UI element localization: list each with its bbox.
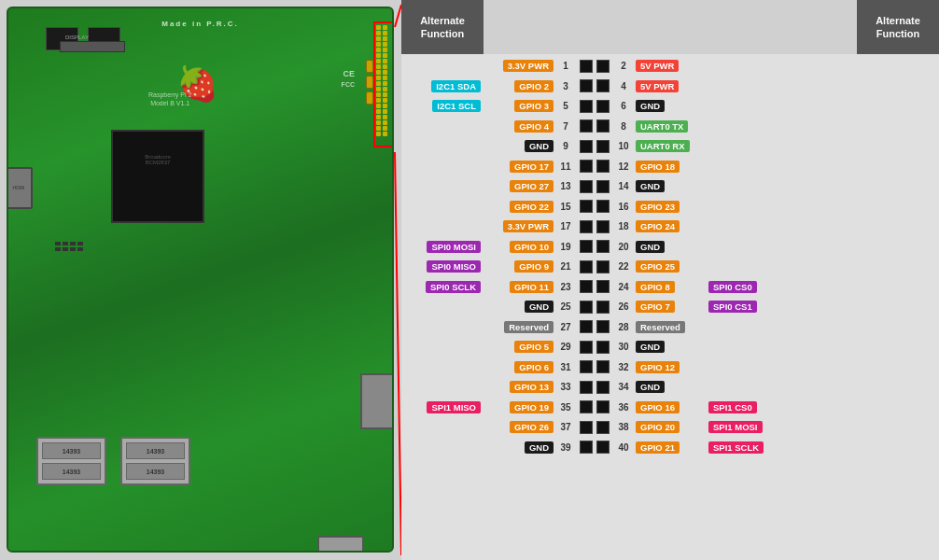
pin-row-19-20: SPI0 MOSI GPIO 10 19 20 GND: [401, 237, 939, 258]
header-alt-right-box: Alternate Function: [857, 0, 939, 54]
pin-row-37-38: GPIO 26 37 38 GPIO 20 SPI1 MOSI: [401, 417, 939, 438]
gpio-left-9: GND: [484, 140, 556, 152]
header-alt-left-box: Alternate Function: [401, 0, 484, 54]
num-right-30: 30: [614, 342, 633, 352]
gpio-left-5: GPIO 3: [484, 100, 556, 112]
connector-5: [575, 140, 614, 153]
connector-9: [575, 220, 614, 233]
gpio-label-18: GPIO 24: [636, 220, 680, 232]
gpio-left-1: 3.3V PWR: [484, 60, 556, 72]
gpio-right-8: UART0 TX: [633, 120, 706, 133]
pin-row-35-36: SPI1 MISO GPIO 19 35 36 GPIO 16 SPI1 CS0: [401, 398, 939, 418]
gpio-right-38: GPIO 20: [633, 421, 706, 433]
gpio-right-28: Reserved: [633, 321, 706, 333]
gpio-left-39: GND: [484, 441, 556, 454]
num-left-39: 39: [556, 442, 575, 453]
gpio-highlight-border: [373, 21, 394, 147]
gpio-label-7: GPIO 4: [514, 120, 554, 133]
gpio-left-31: GPIO 6: [484, 361, 556, 373]
gpio-left-27: Reserved: [484, 321, 556, 333]
num-left-29: 29: [556, 342, 575, 352]
gpio-label-2: 5V PWR: [636, 60, 679, 72]
gpio-label-8: UART0 TX: [636, 120, 688, 133]
num-right-32: 32: [614, 362, 633, 372]
gpio-label-21: GPIO 9: [514, 260, 554, 273]
pin-rows-container: 3.3V PWR 1 2 5V PWR I2C1 SDA GPIO 2 3 4 …: [401, 54, 939, 560]
gpio-left-7: GPIO 4: [484, 120, 556, 133]
gpio-left-35: GPIO 19: [484, 401, 556, 413]
gpio-right-32: GPIO 12: [633, 361, 706, 373]
gpio-left-25: GND: [484, 301, 556, 313]
num-left-21: 21: [556, 261, 575, 272]
gpio-label-24: GPIO 8: [636, 281, 675, 293]
num-left-11: 11: [556, 161, 575, 172]
connector-18: [575, 400, 614, 413]
num-right-26: 26: [614, 301, 633, 312]
connector-15: [575, 341, 614, 354]
connector-20: [575, 441, 614, 454]
alt-right-38: SPI1 MOSI: [706, 421, 788, 433]
alt-label-spi0-sclk: SPI0 SCLK: [426, 281, 481, 293]
gpio-label-15: GPIO 22: [510, 201, 554, 213]
pin-row-5-6: I2C1 SCL GPIO 3 5 6 GND: [401, 96, 939, 117]
pin-row-15-16: GPIO 22 15 16 GPIO 23: [401, 197, 939, 217]
board-text: Made in P.R.C.: [161, 20, 239, 28]
gpio-label-11: GPIO 17: [510, 161, 554, 173]
display-connector: DISPLAY: [60, 41, 125, 52]
gpio-label-1: 3.3V PWR: [503, 60, 554, 72]
main-container: Made in P.R.C.: [0, 0, 939, 560]
gpio-right-26: GPIO 7: [633, 301, 706, 313]
alt-label-spi0-mosi: SPI0 MOSI: [427, 241, 481, 253]
gpio-left-11: GPIO 17: [484, 161, 556, 173]
hdmi-port: HDMI: [7, 167, 33, 209]
gpio-label-33: GPIO 13: [510, 381, 554, 393]
gpio-left-33: GPIO 13: [484, 381, 556, 393]
gpio-label-30: GND: [636, 341, 665, 353]
alt-label-i2c1-sda: I2C1 SDA: [431, 80, 481, 92]
connector-7: [575, 180, 614, 193]
num-right-6: 6: [614, 101, 633, 111]
num-right-20: 20: [614, 242, 633, 252]
connector-16: [575, 360, 614, 373]
gpio-left-13: GPIO 27: [484, 180, 556, 192]
alt-label-spi1-miso: SPI1 MISO: [427, 401, 481, 413]
gpio-label-16: GPIO 23: [636, 201, 680, 213]
gpio-label-32: GPIO 12: [636, 361, 680, 373]
alt-left-5: I2C1 SCL: [401, 100, 484, 112]
gpio-label-31: GPIO 6: [514, 361, 554, 373]
num-left-25: 25: [556, 301, 575, 312]
num-right-8: 8: [614, 121, 633, 132]
pin-row-21-22: SPI0 MISO GPIO 9 21 22 GPIO 25: [401, 257, 939, 277]
gpio-label-35: GPIO 19: [510, 401, 554, 413]
num-left-17: 17: [556, 221, 575, 231]
gpio-label-6: GND: [636, 100, 665, 112]
connector-2: [575, 79, 614, 92]
gpio-label-17: 3.3V PWR: [503, 220, 554, 232]
gpio-label-23: GPIO 11: [510, 281, 554, 293]
alt-right-36: SPI1 CS0: [706, 401, 788, 413]
svg-line-1: [395, 152, 401, 555]
gpio-left-3: GPIO 2: [484, 80, 556, 92]
gpio-label-29: GPIO 5: [514, 341, 554, 353]
sd-slot: [317, 536, 364, 553]
gpio-left-19: GPIO 10: [484, 241, 556, 253]
gpio-right-2: 5V PWR: [633, 60, 706, 72]
num-right-40: 40: [614, 442, 633, 453]
num-right-36: 36: [614, 402, 633, 413]
gpio-left-23: GPIO 11: [484, 281, 556, 293]
num-left-19: 19: [556, 242, 575, 252]
gpio-left-15: GPIO 22: [484, 201, 556, 213]
gpio-right-34: GND: [633, 381, 706, 393]
num-left-31: 31: [556, 362, 575, 372]
gpio-right-14: GND: [633, 180, 706, 192]
gpio-label-9: GND: [525, 140, 554, 152]
gpio-label-40: GPIO 21: [636, 441, 680, 454]
alt-label-spi1-cs0: SPI1 CS0: [708, 401, 757, 413]
gpio-left-21: GPIO 9: [484, 260, 556, 273]
gpio-label-25: GND: [525, 301, 554, 313]
num-right-10: 10: [614, 141, 633, 151]
alt-label-spi1-mosi: SPI1 MOSI: [708, 421, 763, 433]
num-right-22: 22: [614, 261, 633, 272]
connector-1: [575, 60, 614, 73]
alt-label-spi1-sclk: SPI1 SCLK: [708, 441, 764, 454]
